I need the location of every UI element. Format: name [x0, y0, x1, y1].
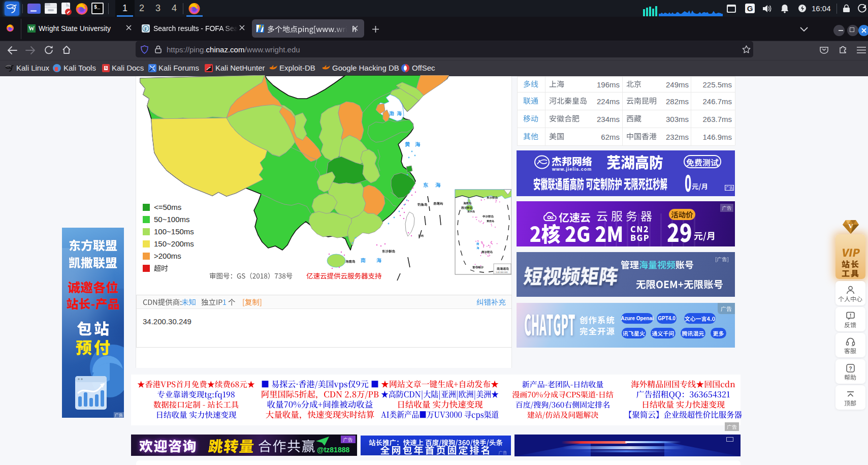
svg-text:?: ? — [849, 366, 852, 371]
svg-text:F: F — [144, 26, 147, 32]
svg-text:V: V — [848, 222, 853, 230]
